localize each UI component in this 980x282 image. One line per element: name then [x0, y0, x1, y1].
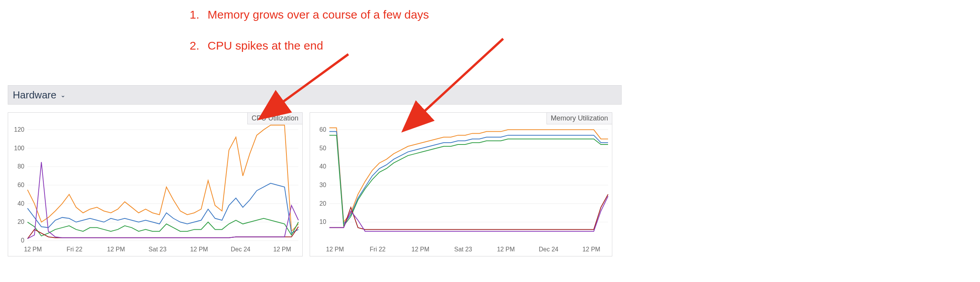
- chart-cpu-badge: CPU Utilization: [247, 112, 303, 124]
- svg-text:12 PM: 12 PM: [326, 246, 344, 253]
- annotation-2: 2. CPU spikes at the end: [190, 39, 323, 53]
- svg-text:Fri 22: Fri 22: [370, 246, 385, 253]
- svg-text:Sat 23: Sat 23: [454, 246, 472, 253]
- svg-text:12 PM: 12 PM: [497, 246, 515, 253]
- annotation-2-number: 2.: [190, 39, 204, 53]
- svg-text:Dec 24: Dec 24: [231, 246, 250, 253]
- annotation-2-text: CPU spikes at the end: [207, 39, 323, 52]
- section-header-hardware[interactable]: Hardware ⌄: [8, 85, 622, 105]
- svg-text:50: 50: [319, 145, 326, 151]
- svg-text:0: 0: [21, 237, 24, 244]
- chart-memory-plot: 10203040506012 PMFri 2212 PMSat 2312 PMD…: [310, 113, 612, 256]
- svg-text:40: 40: [17, 200, 24, 207]
- svg-text:30: 30: [319, 182, 326, 188]
- svg-text:Dec 24: Dec 24: [539, 246, 559, 253]
- chevron-down-icon: ⌄: [60, 91, 65, 99]
- svg-text:12 PM: 12 PM: [24, 246, 42, 253]
- svg-text:20: 20: [17, 218, 24, 225]
- chart-memory-badge: Memory Utilization: [547, 112, 612, 124]
- svg-text:60: 60: [17, 182, 24, 188]
- svg-text:80: 80: [17, 163, 24, 170]
- annotation-1-text: Memory grows over a course of a few days: [207, 8, 429, 21]
- chart-cpu[interactable]: CPU Utilization 02040608010012012 PMFri …: [8, 112, 303, 256]
- chart-cpu-plot: 02040608010012012 PMFri 2212 PMSat 2312 …: [8, 113, 302, 256]
- svg-text:40: 40: [319, 163, 326, 170]
- svg-text:12 PM: 12 PM: [273, 246, 291, 253]
- annotation-1: 1. Memory grows over a course of a few d…: [190, 8, 429, 22]
- svg-text:12 PM: 12 PM: [107, 246, 125, 253]
- svg-text:100: 100: [14, 145, 24, 151]
- section-title: Hardware: [13, 89, 57, 101]
- svg-text:20: 20: [319, 200, 326, 207]
- chart-memory[interactable]: Memory Utilization 10203040506012 PMFri …: [310, 112, 612, 256]
- svg-text:Sat 23: Sat 23: [149, 246, 166, 253]
- svg-text:60: 60: [319, 126, 326, 133]
- svg-text:12 PM: 12 PM: [411, 246, 429, 253]
- svg-text:12 PM: 12 PM: [190, 246, 208, 253]
- svg-text:12 PM: 12 PM: [583, 246, 600, 253]
- svg-text:10: 10: [319, 218, 326, 225]
- svg-text:Fri 22: Fri 22: [67, 246, 82, 253]
- annotation-1-number: 1.: [190, 8, 204, 22]
- svg-text:120: 120: [14, 126, 24, 133]
